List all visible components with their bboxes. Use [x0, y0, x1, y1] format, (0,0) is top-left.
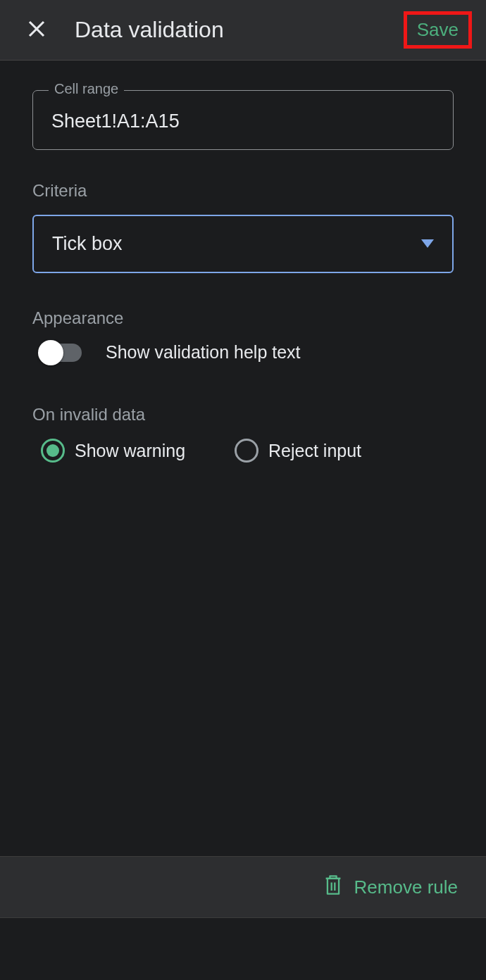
radio-reject-input[interactable]: Reject input: [235, 439, 361, 463]
radio-label: Show warning: [75, 441, 185, 461]
radio-icon-selected: [41, 439, 65, 463]
radio-icon: [235, 439, 258, 463]
page-title: Data validation: [75, 17, 404, 43]
nav-back-button[interactable]: [353, 939, 373, 959]
criteria-select[interactable]: Tick box: [32, 215, 454, 273]
criteria-selected: Tick box: [52, 233, 123, 255]
save-highlight: Save: [404, 11, 472, 49]
cell-range-value[interactable]: Sheet1!A1:A15: [51, 111, 435, 132]
appearance-label: Appearance: [32, 308, 454, 328]
trash-icon: [323, 874, 343, 900]
chevron-down-icon: [421, 238, 434, 251]
help-text-toggle[interactable]: [39, 344, 82, 362]
content: Cell range Sheet1!A1:A15 Criteria Tick b…: [0, 61, 486, 856]
invalid-data-label: On invalid data: [32, 405, 454, 425]
remove-rule-label: Remove rule: [354, 877, 458, 898]
nav-recents-button[interactable]: [113, 939, 133, 959]
invalid-data-options: Show warning Reject input: [32, 439, 454, 463]
header: Data validation Save: [0, 0, 486, 61]
radio-label: Reject input: [268, 441, 361, 461]
close-icon: [26, 18, 47, 42]
remove-rule-button[interactable]: Remove rule: [323, 874, 458, 900]
footer: Remove rule: [0, 856, 486, 918]
save-button[interactable]: Save: [417, 19, 459, 41]
cell-range-label: Cell range: [49, 81, 124, 97]
radio-show-warning[interactable]: Show warning: [41, 439, 185, 463]
criteria-label: Criteria: [32, 181, 454, 201]
help-text-toggle-label: Show validation help text: [106, 342, 301, 363]
toggle-knob: [38, 340, 63, 365]
cell-range-field[interactable]: Cell range Sheet1!A1:A15: [32, 90, 454, 150]
system-navbar: [0, 918, 486, 980]
nav-home-button[interactable]: [233, 939, 253, 959]
close-button[interactable]: [21, 15, 52, 46]
help-text-toggle-row: Show validation help text: [32, 342, 454, 363]
